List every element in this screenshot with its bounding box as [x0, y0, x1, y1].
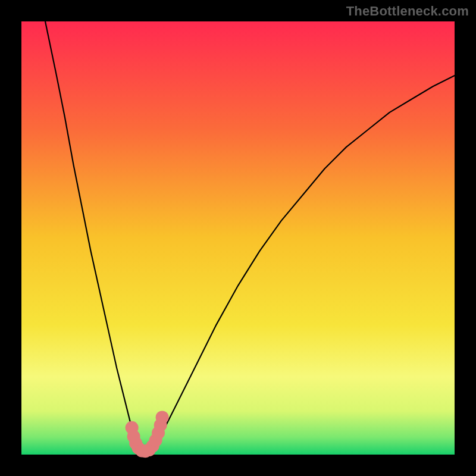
svg-rect-3: [455, 0, 476, 476]
optimal-marker: [156, 411, 169, 424]
plot-background: [21, 21, 455, 455]
bottleneck-chart: [0, 0, 476, 476]
bottleneck-chart-container: TheBottleneck.com: [0, 0, 476, 476]
svg-rect-2: [0, 0, 21, 476]
attribution-label: TheBottleneck.com: [346, 4, 469, 19]
svg-rect-1: [0, 455, 476, 476]
